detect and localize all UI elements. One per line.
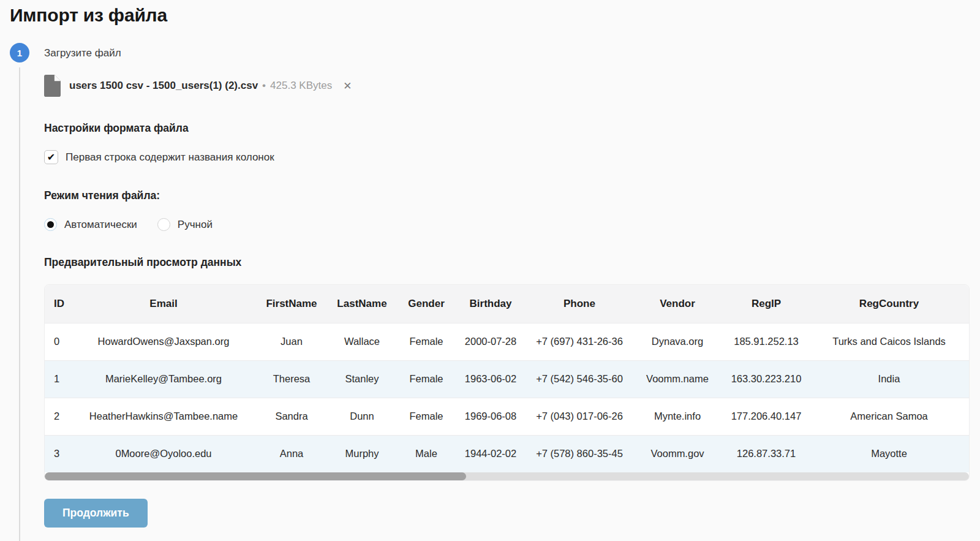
table-cell: HowardOwens@Jaxspan.org [69, 323, 258, 360]
file-size: 425.3 KBytes [270, 80, 332, 92]
table-cell: 163.30.223.210 [723, 360, 809, 398]
table-cell: +7 (043) 017-06-26 [527, 398, 631, 435]
table-cell: +7 (697) 431-26-36 [527, 323, 631, 360]
table-row: 2HeatherHawkins@Tambee.nameSandraDunnFem… [45, 398, 969, 435]
document-icon [44, 75, 61, 97]
step-content: Загрузите файл users 1500 csv - 1500_use… [44, 43, 970, 528]
preview-table-head: IDEmailFirstNameLastNameGenderBirthdayPh… [45, 285, 969, 323]
table-cell: Mynte.info [631, 398, 723, 435]
table-cell: 1963-06-02 [454, 360, 527, 398]
read-mode-radio-group: АвтоматическиРучной [44, 218, 970, 231]
radio-option-1[interactable]: Ручной [157, 218, 213, 231]
remove-file-icon[interactable]: ✕ [343, 81, 352, 91]
step-number-badge: 1 [10, 43, 29, 62]
uploaded-file-row: users 1500 csv - 1500_users(1) (2).csv •… [44, 74, 970, 98]
table-row: 30Moore@Oyoloo.eduAnnaMurphyMale1944-02-… [45, 435, 969, 472]
horizontal-scrollbar[interactable] [45, 472, 969, 480]
table-cell: +7 (578) 860-35-45 [527, 435, 631, 472]
table-cell: HeatherHawkins@Tambee.name [69, 398, 258, 435]
radio-option-0[interactable]: Автоматически [44, 218, 137, 231]
table-cell: Turks and Caicos Islands [809, 323, 969, 360]
table-cell: 3 [45, 435, 69, 472]
column-header-Gender: Gender [399, 285, 454, 323]
radio-unselected-icon[interactable] [157, 218, 170, 231]
radio-label: Ручной [178, 219, 213, 231]
table-cell: 0Moore@Oyoloo.edu [69, 435, 258, 472]
preview-table-body: 0HowardOwens@Jaxspan.orgJuanWallaceFemal… [45, 323, 969, 472]
upload-step-label: Загрузите файл [44, 43, 970, 59]
table-cell: 1969-06-08 [454, 398, 527, 435]
table-cell: 185.91.252.13 [723, 323, 809, 360]
table-cell: +7 (542) 546-35-60 [527, 360, 631, 398]
column-header-Vendor: Vendor [631, 285, 723, 323]
radio-label: Автоматически [64, 219, 137, 231]
page-title: Импорт из файла [10, 5, 980, 26]
table-cell: Theresa [258, 360, 325, 398]
table-cell: Voomm.name [631, 360, 723, 398]
table-row: 1MarieKelley@Tambee.orgTheresaStanleyFem… [45, 360, 969, 398]
table-cell: Murphy [325, 435, 399, 472]
table-cell: Dynava.org [631, 323, 723, 360]
column-header-ID: ID [45, 285, 69, 323]
table-row: 0HowardOwens@Jaxspan.orgJuanWallaceFemal… [45, 323, 969, 360]
table-cell: 1944-02-02 [454, 435, 527, 472]
table-cell: 2000-07-28 [454, 323, 527, 360]
file-size-separator: • [262, 80, 266, 92]
table-cell: Female [399, 360, 454, 398]
continue-button[interactable]: Продолжить [44, 499, 148, 528]
table-cell: 177.206.40.147 [723, 398, 809, 435]
table-cell: Mayotte [809, 435, 969, 472]
table-cell: Female [399, 323, 454, 360]
table-cell: Male [399, 435, 454, 472]
read-mode-heading: Режим чтения файла: [44, 189, 970, 202]
checkmark-icon: ✔ [47, 153, 55, 162]
column-header-Email: Email [69, 285, 258, 323]
table-cell: Stanley [325, 360, 399, 398]
header-row-checkbox-row[interactable]: ✔ Первая строка содержит названия колоно… [44, 150, 970, 164]
table-cell: Anna [258, 435, 325, 472]
column-header-RegIP: RegIP [723, 285, 809, 323]
column-header-RegCountry: RegCountry [809, 285, 969, 323]
header-row-checkbox[interactable]: ✔ [44, 150, 58, 164]
step-connector-line [19, 67, 20, 541]
column-header-LastName: LastName [325, 285, 399, 323]
table-cell: MarieKelley@Tambee.org [69, 360, 258, 398]
table-cell: Female [399, 398, 454, 435]
scrollbar-thumb[interactable] [45, 472, 466, 480]
checkbox-label: Первая строка содержит названия колонок [66, 151, 274, 164]
table-cell: 1 [45, 360, 69, 398]
radio-selected-icon[interactable] [44, 218, 57, 231]
preview-heading: Предварительный просмотр данных [44, 256, 970, 269]
table-cell: Juan [258, 323, 325, 360]
preview-table: IDEmailFirstNameLastNameGenderBirthdayPh… [45, 285, 969, 472]
table-cell: 0 [45, 323, 69, 360]
table-cell: 126.87.33.71 [723, 435, 809, 472]
column-header-FirstName: FirstName [258, 285, 325, 323]
table-cell: Voomm.gov [631, 435, 723, 472]
table-cell: India [809, 360, 969, 398]
column-header-Birthday: Birthday [454, 285, 527, 323]
preview-table-container: IDEmailFirstNameLastNameGenderBirthdayPh… [44, 284, 970, 481]
table-cell: Dunn [325, 398, 399, 435]
format-settings-heading: Настройки формата файла [44, 122, 970, 135]
table-cell: Wallace [325, 323, 399, 360]
file-name: users 1500 csv - 1500_users(1) (2).csv [69, 80, 258, 92]
column-header-Phone: Phone [527, 285, 631, 323]
table-cell: Sandra [258, 398, 325, 435]
table-cell: 2 [45, 398, 69, 435]
table-cell: American Samoa [809, 398, 969, 435]
